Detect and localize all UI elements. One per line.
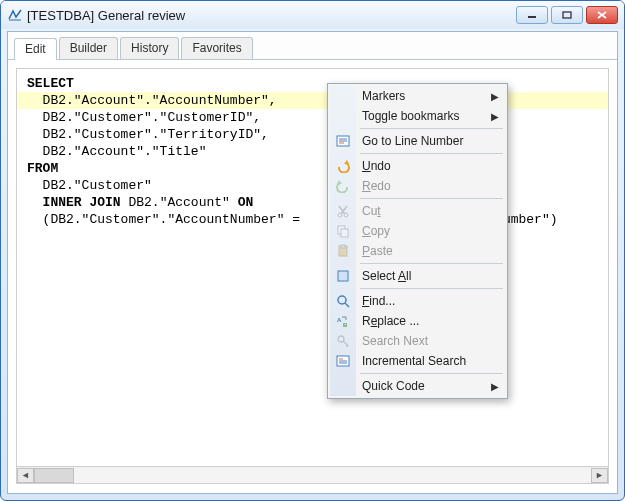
tab-favorites[interactable]: Favorites	[181, 37, 252, 59]
svg-rect-16	[341, 229, 348, 237]
menu-separator	[360, 198, 503, 199]
replace-icon: AB	[335, 313, 351, 329]
svg-rect-18	[341, 245, 345, 248]
menu-markers[interactable]: Markers ▶	[330, 86, 505, 106]
menu-undo[interactable]: Undo	[330, 156, 505, 176]
goto-line-icon	[335, 133, 351, 149]
select-all-icon	[335, 268, 351, 284]
svg-marker-26	[346, 343, 349, 347]
tab-history[interactable]: History	[120, 37, 179, 59]
editor-wrap: SELECT DB2."Account"."AccountNumber", DB…	[8, 60, 617, 493]
maximize-button[interactable]	[551, 6, 583, 24]
redo-icon	[335, 178, 351, 194]
scroll-track[interactable]	[34, 468, 591, 483]
close-button[interactable]	[586, 6, 618, 24]
app-icon	[7, 7, 23, 23]
paste-icon	[335, 243, 351, 259]
menu-separator	[360, 153, 503, 154]
menu-search-next[interactable]: Search Next	[330, 331, 505, 351]
search-next-icon	[335, 333, 351, 349]
scroll-thumb[interactable]	[34, 468, 74, 483]
svg-text:A: A	[337, 317, 342, 323]
svg-line-21	[345, 303, 349, 307]
svg-marker-9	[344, 160, 349, 164]
copy-icon	[335, 223, 351, 239]
incremental-search-icon	[335, 353, 351, 369]
menu-incremental-search[interactable]: Incremental Search	[330, 351, 505, 371]
titlebar[interactable]: [TESTDBA] General review	[1, 1, 624, 29]
cut-icon	[335, 203, 351, 219]
code-content: SELECT DB2."Account"."AccountNumber", DB…	[17, 69, 608, 234]
scroll-left-arrow[interactable]: ◄	[17, 468, 34, 483]
menu-separator	[360, 263, 503, 264]
menu-quick-code[interactable]: Quick Code ▶	[330, 376, 505, 396]
tab-bar: Edit Builder History Favorites	[8, 32, 617, 60]
menu-separator	[360, 128, 503, 129]
client-area: Edit Builder History Favorites SELECT DB…	[7, 31, 618, 494]
undo-icon	[335, 158, 351, 174]
sql-editor[interactable]: SELECT DB2."Account"."AccountNumber", DB…	[16, 68, 609, 467]
tab-edit[interactable]: Edit	[14, 38, 57, 60]
menu-redo[interactable]: Redo	[330, 176, 505, 196]
menu-separator	[360, 288, 503, 289]
submenu-arrow-icon: ▶	[491, 91, 499, 102]
menu-select-all[interactable]: Select All	[330, 266, 505, 286]
svg-rect-19	[338, 271, 348, 281]
submenu-arrow-icon: ▶	[491, 111, 499, 122]
find-icon	[335, 293, 351, 309]
svg-line-25	[343, 341, 346, 344]
menu-cut[interactable]: Cut	[330, 201, 505, 221]
context-menu: Markers ▶ Toggle bookmarks ▶ Go to Line …	[327, 83, 508, 399]
svg-text:B: B	[343, 322, 348, 328]
scroll-right-arrow[interactable]: ►	[591, 468, 608, 483]
menu-goto-line[interactable]: Go to Line Number	[330, 131, 505, 151]
app-window: [TESTDBA] General review Edit Builder Hi…	[0, 0, 625, 501]
submenu-arrow-icon: ▶	[491, 381, 499, 392]
menu-copy[interactable]: Copy	[330, 221, 505, 241]
svg-point-13	[338, 213, 342, 217]
window-title: [TESTDBA] General review	[27, 8, 516, 23]
menu-find[interactable]: Find...	[330, 291, 505, 311]
tab-builder[interactable]: Builder	[59, 37, 118, 59]
svg-rect-2	[563, 12, 571, 18]
minimize-button[interactable]	[516, 6, 548, 24]
menu-paste[interactable]: Paste	[330, 241, 505, 261]
menu-replace[interactable]: AB Replace ...	[330, 311, 505, 331]
svg-point-20	[338, 296, 346, 304]
menu-toggle-bookmarks[interactable]: Toggle bookmarks ▶	[330, 106, 505, 126]
menu-separator	[360, 373, 503, 374]
horizontal-scrollbar[interactable]: ◄ ►	[16, 467, 609, 484]
svg-point-14	[344, 213, 348, 217]
svg-marker-10	[337, 180, 342, 184]
